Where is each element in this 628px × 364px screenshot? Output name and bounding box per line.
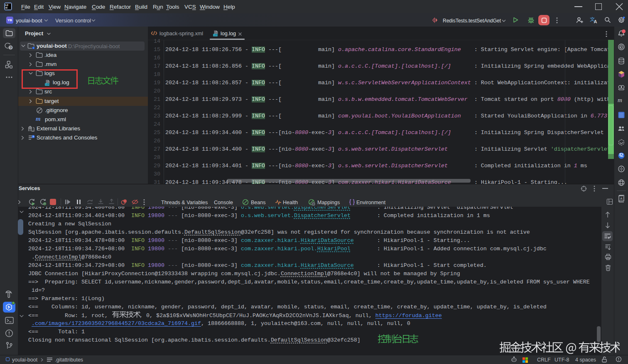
svg-text:LOG: LOG	[213, 34, 218, 36]
svg-text:?: ?	[10, 46, 12, 50]
svg-text:A: A	[594, 19, 597, 24]
svg-text:A: A	[620, 197, 623, 200]
